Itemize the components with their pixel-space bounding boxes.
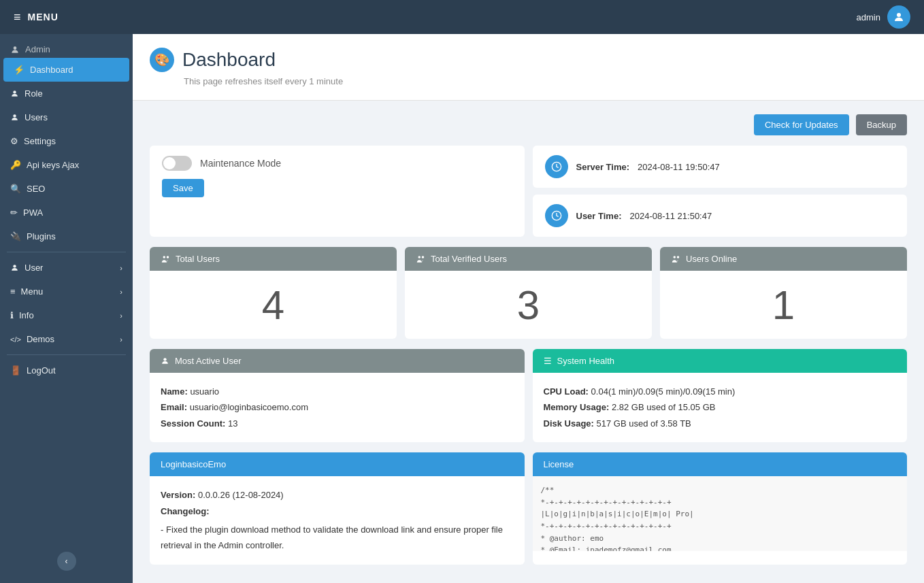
users-online-header: Users Online	[660, 247, 907, 271]
user-name-value: usuario	[190, 386, 219, 397]
total-verified-value: 3	[405, 271, 652, 339]
sidebar-item-logout[interactable]: 🚪 LogOut	[0, 359, 133, 382]
sidebar-item-role[interactable]: Role	[0, 82, 133, 105]
user-avatar[interactable]	[887, 5, 910, 29]
version-label: Version:	[161, 490, 195, 500]
menu-label: MENU	[28, 12, 59, 22]
most-active-icon	[161, 356, 169, 365]
page-title: Dashboard	[182, 49, 276, 71]
changelog-row: Changelog:	[161, 503, 514, 519]
server-time-label: Server Time:	[576, 162, 630, 172]
content-area: 🎨 Dashboard This page refreshes itself e…	[133, 34, 924, 583]
user-email-value: usuario@loginbasicoemo.com	[190, 402, 308, 412]
sidebar-item-label-pwa: PWA	[23, 207, 43, 218]
health-activity-row: Most Active User Name: usuario Email: us…	[150, 349, 907, 442]
maintenance-label: Maintenance Mode	[200, 158, 281, 169]
topbar: ≡ MENU admin	[0, 0, 924, 34]
users-online-card: Users Online 1	[660, 247, 907, 339]
loginbasicoemo-card: LoginbasicoEmo Version: 0.0.0.26 (12-08-…	[150, 452, 525, 565]
demos-section-chevron: ›	[120, 335, 122, 344]
license-label: License	[544, 459, 574, 469]
dashboard-subtitle: This page refreshes itself every 1 minut…	[150, 76, 907, 86]
seo-icon: 🔍	[10, 184, 21, 194]
total-users-card: Total Users 4	[150, 247, 397, 339]
plugins-icon: 🔌	[10, 231, 21, 241]
user-name-label: Name:	[161, 386, 188, 397]
loginbasicoemo-header: LoginbasicoEmo	[150, 452, 525, 476]
total-users-value: 4	[150, 271, 397, 339]
backup-button[interactable]: Backup	[856, 114, 907, 135]
svg-point-8	[167, 256, 169, 259]
users-icon	[10, 113, 19, 122]
system-health-card: ☰ System Health CPU Load: 0.04(1 min)/0.…	[533, 349, 908, 442]
menu-section-icon: ≡	[10, 286, 16, 297]
user-section-label: User	[24, 263, 43, 273]
total-users-icon	[161, 254, 170, 264]
svg-point-9	[418, 256, 421, 259]
sidebar-divider-1	[7, 252, 126, 252]
license-line-5: * @Email: ipademofz@gmail.com	[541, 544, 900, 551]
user-time-card: User Time: 2024-08-11 21:50:47	[533, 195, 908, 237]
sidebar-divider-2	[7, 354, 126, 355]
maintenance-time-grid: Maintenance Mode Save Server Time: 2024-…	[150, 146, 907, 237]
stats-row: Total Users 4 Total Verified Users 3 Use…	[150, 247, 907, 339]
sidebar-item-dashboard[interactable]: ⚡ Dashboard	[3, 58, 129, 82]
sidebar-item-seo[interactable]: 🔍 SEO	[0, 177, 133, 201]
svg-point-4	[13, 265, 16, 267]
dashboard-title-row: 🎨 Dashboard	[150, 48, 907, 72]
most-active-user-header: Most Active User	[150, 349, 525, 373]
menu-toggle[interactable]: ≡ MENU	[14, 10, 59, 24]
system-health-header: ☰ System Health	[533, 349, 908, 373]
sidebar-collapse[interactable]: ‹	[0, 546, 133, 576]
sidebar-item-label-dashboard: Dashboard	[30, 65, 73, 75]
cpu-row: CPU Load: 0.04(1 min)/0.09(5 min)/0.09(1…	[544, 384, 897, 399]
user-session-row: Session Count: 13	[161, 416, 514, 431]
sidebar-item-api-keys[interactable]: 🔑 Api keys Ajax	[0, 153, 133, 177]
info-section-chevron: ›	[120, 312, 122, 320]
pwa-icon: ✏	[10, 207, 18, 218]
action-buttons-row: Check for Updates Backup	[150, 114, 907, 135]
sidebar-item-settings[interactable]: ⚙ Settings	[0, 129, 133, 153]
save-button-row: Save	[162, 179, 512, 197]
hamburger-icon: ≡	[14, 10, 21, 24]
sidebar-item-pwa[interactable]: ✏ PWA	[0, 201, 133, 224]
sidebar-item-menu[interactable]: ≡ Menu ›	[0, 280, 133, 303]
version-row: Version: 0.0.0.26 (12-08-2024)	[161, 487, 514, 503]
sidebar-item-label-users: Users	[24, 112, 48, 122]
demos-section-icon: </>	[10, 335, 21, 344]
svg-point-11	[674, 256, 676, 259]
svg-point-3	[13, 114, 16, 117]
svg-point-13	[163, 358, 166, 361]
server-time-card: Server Time: 2024-08-11 19:50:47	[533, 146, 908, 188]
server-time-value: 2024-08-11 19:50:47	[638, 162, 720, 172]
settings-icon: ⚙	[10, 136, 18, 146]
most-active-body: Name: usuario Email: usuario@loginbasico…	[150, 373, 525, 442]
sidebar-item-users[interactable]: Users	[0, 105, 133, 129]
api-keys-icon: 🔑	[10, 160, 21, 170]
maintenance-toggle[interactable]	[162, 156, 192, 171]
disk-value: 517 GB used of 3.58 TB	[597, 418, 691, 429]
toggle-slider	[162, 156, 192, 171]
total-users-label: Total Users	[176, 254, 220, 264]
collapse-circle[interactable]: ‹	[57, 552, 76, 571]
svg-point-0	[897, 13, 901, 17]
sidebar-item-plugins[interactable]: 🔌 Plugins	[0, 224, 133, 248]
server-time-icon	[545, 155, 568, 178]
logout-icon: 🚪	[10, 365, 21, 376]
svg-point-7	[163, 256, 166, 259]
dashboard-title-icon: 🎨	[150, 48, 174, 72]
check-updates-button[interactable]: Check for Updates	[754, 114, 849, 135]
license-line-3: *-+-+-+-+-+-+-+-+-+-+-+-+-+-+	[541, 520, 900, 533]
total-verified-card: Total Verified Users 3	[405, 247, 652, 339]
sidebar-item-label-settings: Settings	[24, 136, 56, 146]
sidebar-item-info[interactable]: ℹ Info ›	[0, 303, 133, 327]
total-verified-header: Total Verified Users	[405, 247, 652, 271]
users-online-label: Users Online	[686, 254, 737, 264]
info-section-label: Info	[19, 310, 34, 320]
svg-point-1	[14, 46, 17, 50]
sidebar-item-user[interactable]: User ›	[0, 256, 133, 280]
save-button[interactable]: Save	[162, 179, 204, 197]
sidebar-item-label-plugins: Plugins	[27, 231, 56, 241]
system-health-icon: ☰	[544, 356, 552, 366]
sidebar-item-demos[interactable]: </> Demos ›	[0, 327, 133, 351]
